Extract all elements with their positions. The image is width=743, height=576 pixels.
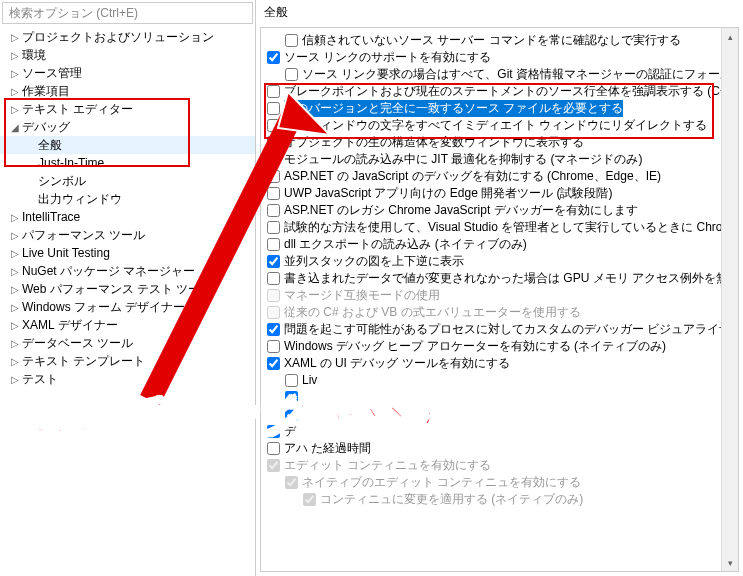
option-label: 試験的な方法を使用して、Visual Studio を管理者として実行していると… xyxy=(284,219,739,236)
option-checkbox[interactable] xyxy=(285,374,298,387)
option-label: デ xyxy=(284,423,296,440)
option-checkbox[interactable] xyxy=(267,102,280,115)
option-label: エディット コンティニュを有効にする xyxy=(284,457,491,474)
tree-item-2[interactable]: ▷ソース管理 xyxy=(0,64,255,82)
option-checkbox[interactable] xyxy=(267,255,280,268)
option-label: ソース リンクのサポートを有効にする xyxy=(284,49,491,66)
tree-item-label: Windows フォーム デザイナー xyxy=(22,299,185,316)
option-checkbox[interactable] xyxy=(267,119,280,132)
option-row-4: 元のバージョンと完全に一致するソース ファイルを必要とする xyxy=(267,100,738,116)
tree-item-label: テキスト テンプレート xyxy=(22,353,145,370)
option-row-21 xyxy=(267,389,738,405)
option-label: Windows デバッグ ヒープ アロケーターを有効にする (ネイティブのみ) xyxy=(284,338,666,355)
tree-item-9[interactable]: 出力ウィンドウ xyxy=(0,190,255,208)
tree-item-label: 作業項目 xyxy=(22,83,70,100)
tree-item-6[interactable]: 全般 xyxy=(0,136,255,154)
tree-item-5[interactable]: ◢デバッグ xyxy=(0,118,255,136)
tree-item-17[interactable]: ▷データベース ツール xyxy=(0,334,255,352)
option-checkbox[interactable] xyxy=(267,85,280,98)
option-checkbox xyxy=(267,459,280,472)
tree-arrow-icon: ▷ xyxy=(8,212,22,223)
tree-item-18[interactable]: ▷テキスト テンプレート xyxy=(0,352,255,370)
tree-arrow-icon: ▷ xyxy=(8,302,22,313)
option-checkbox[interactable] xyxy=(285,391,298,404)
option-row-0: 信頼されていないソース サーバー コマンドを常に確認なしで実行する xyxy=(267,32,738,48)
tree-item-8[interactable]: シンボル xyxy=(0,172,255,190)
option-checkbox[interactable] xyxy=(267,204,280,217)
option-checkbox[interactable] xyxy=(267,272,280,285)
option-row-20: Liv xyxy=(267,372,738,388)
scroll-down-icon[interactable]: ▾ xyxy=(722,554,738,571)
tree-item-15[interactable]: ▷Windows フォーム デザイナー xyxy=(0,298,255,316)
tree-item-4[interactable]: ▷テキスト エディター xyxy=(0,100,255,118)
option-checkbox[interactable] xyxy=(267,51,280,64)
tree-item-19[interactable]: ▷テスト xyxy=(0,370,255,388)
search-placeholder: 検索オプション (Ctrl+E) xyxy=(9,5,138,22)
option-checkbox[interactable] xyxy=(285,68,298,81)
tree-item-label: Just-In-Time xyxy=(38,156,104,170)
option-checkbox[interactable] xyxy=(267,340,280,353)
tree-item-label: プロジェクトおよびソリューション xyxy=(22,29,214,46)
option-row-25: エディット コンティニュを有効にする xyxy=(267,457,738,473)
tree-item-label: XAML デザイナー xyxy=(22,317,118,334)
tree-item-label: Live Unit Testing xyxy=(22,246,110,260)
tree-item-11[interactable]: ▷パフォーマンス ツール xyxy=(0,226,255,244)
tree-item-0[interactable]: ▷プロジェクトおよびソリューション xyxy=(0,28,255,46)
tree-item-16[interactable]: ▷XAML デザイナー xyxy=(0,316,255,334)
option-label: ASP.NET の JavaScript のデバッグを有効にする (Chrome… xyxy=(284,168,661,185)
option-row-2: ソース リンク要求の場合はすべて、Git 資格情報マネージャーの認証にフォールバ… xyxy=(267,66,738,82)
option-label: ネイティブのエディット コンティニュを有効にする xyxy=(302,474,581,491)
option-label: モジュールの読み込み中に JIT 最適化を抑制する (マネージドのみ) xyxy=(284,151,642,168)
option-checkbox[interactable] xyxy=(267,323,280,336)
option-checkbox[interactable] xyxy=(285,34,298,47)
option-label: UWP JavaScript アプリ向けの Edge 開発者ツール (試験段階) xyxy=(284,185,613,202)
option-label: dll エクスポートの読み込み (ネイティブのみ) xyxy=(284,236,527,253)
tree-item-label: テキスト エディター xyxy=(22,101,133,118)
tree-item-12[interactable]: ▷Live Unit Testing xyxy=(0,244,255,262)
tree-item-7[interactable]: Just-In-Time xyxy=(0,154,255,172)
option-label: Liv xyxy=(302,373,317,387)
option-checkbox[interactable] xyxy=(267,136,280,149)
tree-item-3[interactable]: ▷作業項目 xyxy=(0,82,255,100)
tree-item-1[interactable]: ▷環境 xyxy=(0,46,255,64)
option-label: ASP.NET のレガシ Chrome JavaScript デバッガーを有効に… xyxy=(284,202,638,219)
option-checkbox[interactable] xyxy=(267,425,280,438)
option-checkbox[interactable] xyxy=(267,238,280,251)
vertical-scrollbar[interactable]: ▴ ▾ xyxy=(721,28,738,571)
tree-arrow-icon: ▷ xyxy=(8,248,22,259)
option-label: アハ た経過時間 xyxy=(284,440,371,457)
option-row-12: dll エクスポートの読み込み (ネイティブのみ) xyxy=(267,236,738,252)
option-row-9: UWP JavaScript アプリ向けの Edge 開発者ツール (試験段階) xyxy=(267,185,738,201)
tree-item-10[interactable]: ▷IntelliTrace xyxy=(0,208,255,226)
option-label: 従来の C# および VB の式エバリュエーターを使用する xyxy=(284,304,581,321)
option-checkbox[interactable] xyxy=(285,408,298,421)
option-row-3: ブレークポイントおよび現在のステートメントのソース行全体を強調表示する (C++… xyxy=(267,83,738,99)
tree-arrow-icon: ▷ xyxy=(8,68,22,79)
tree-arrow-icon: ▷ xyxy=(8,50,22,61)
tree-item-label: データベース ツール xyxy=(22,335,133,352)
tree-item-13[interactable]: ▷NuGet パッケージ マネージャー xyxy=(0,262,255,280)
option-checkbox xyxy=(267,306,280,319)
option-row-17: 問題を起こす可能性があるプロセスに対してカスタムのデバッガー ビジュアライザーを… xyxy=(267,321,738,337)
option-row-14: 書き込まれたデータで値が変更されなかった場合は GPU メモリ アクセス例外を無… xyxy=(267,270,738,286)
option-checkbox[interactable] xyxy=(267,153,280,166)
tree-item-label: パフォーマンス ツール xyxy=(22,227,145,244)
option-checkbox[interactable] xyxy=(267,221,280,234)
right-header: 全般 xyxy=(256,0,743,27)
option-checkbox[interactable] xyxy=(267,187,280,200)
option-row-24: アハ た経過時間 xyxy=(267,440,738,456)
option-row-10: ASP.NET のレガシ Chrome JavaScript デバッガーを有効に… xyxy=(267,202,738,218)
option-label: 問題を起こす可能性があるプロセスに対してカスタムのデバッガー ビジュアライザーを… xyxy=(284,321,739,338)
option-label: 出力ウィンドウの文字をすべてイミディエイト ウィンドウにリダイレクトする xyxy=(284,117,707,134)
search-input[interactable]: 検索オプション (Ctrl+E) xyxy=(2,2,253,24)
tree-arrow-icon: ▷ xyxy=(8,86,22,97)
options-scroll-area: 信頼されていないソース サーバー コマンドを常に確認なしで実行するソース リンク… xyxy=(260,27,739,572)
option-checkbox xyxy=(267,289,280,302)
option-checkbox[interactable] xyxy=(267,442,280,455)
option-checkbox[interactable] xyxy=(267,170,280,183)
tree-arrow-icon: ▷ xyxy=(8,338,22,349)
scroll-up-icon[interactable]: ▴ xyxy=(722,28,738,45)
option-checkbox[interactable] xyxy=(267,357,280,370)
tree-item-14[interactable]: ▷Web パフォーマンス テスト ツール xyxy=(0,280,255,298)
option-label: 書き込まれたデータで値が変更されなかった場合は GPU メモリ アクセス例外を無… xyxy=(284,270,739,287)
